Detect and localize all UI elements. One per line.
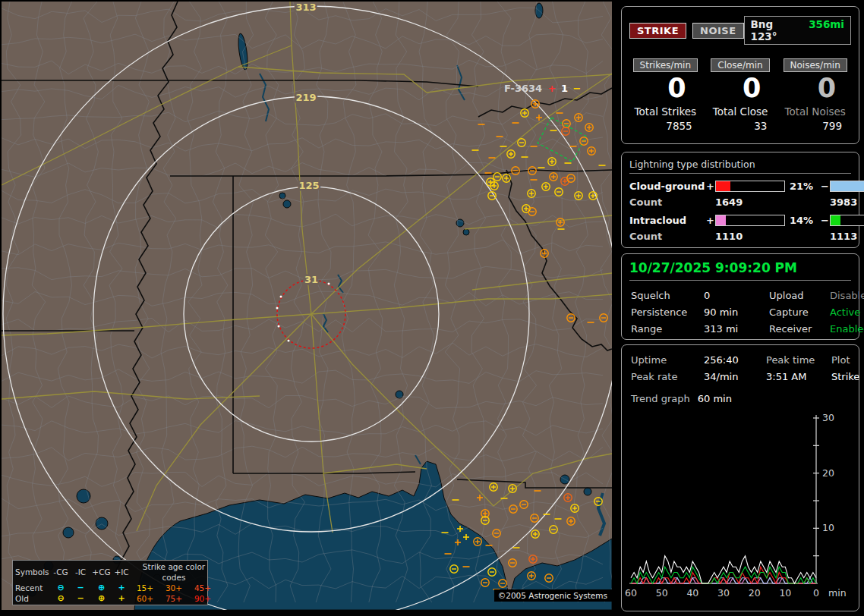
receiver-label: Receiver <box>769 323 830 335</box>
cloud-ground-count-row: Count 1649 3983 <box>629 196 851 208</box>
svg-text:min: min <box>828 587 847 599</box>
legend-header-row: Symbols -CG -IC +CG +IC Strike age color… <box>15 561 205 583</box>
strike-map[interactable]: 313 219 125 31 F-3634 + 1 − Symbols -CG … <box>2 2 612 610</box>
trend-series--IC <box>631 567 816 583</box>
strikes-per-min-value: 0 <box>628 72 703 104</box>
recent-circle-plus-icon: ⊕ <box>90 583 112 593</box>
svg-text:30: 30 <box>822 412 834 423</box>
capture-label: Capture <box>769 306 830 318</box>
ring-label-31: 31 <box>304 274 318 285</box>
svg-text:20: 20 <box>822 467 834 479</box>
total-strikes-label: Total Strikes <box>628 105 703 118</box>
svg-text:60: 60 <box>625 587 637 599</box>
ic-plus-sign: + <box>705 215 715 226</box>
datetime-display: 10/27/2025 9:09:20 PM <box>629 260 851 281</box>
recent-minus-icon: − <box>71 583 90 593</box>
trend-series-+CG <box>631 567 816 583</box>
age-60: 60+ <box>131 593 159 604</box>
peak-time-label: Peak time <box>766 354 831 366</box>
svg-text:10: 10 <box>822 522 834 533</box>
strikes-per-min-button[interactable]: Strikes/min <box>633 58 698 72</box>
bearing-value: Bng 123° <box>751 18 799 42</box>
intracloud-row: Intracloud + 14% − 14% <box>629 215 851 226</box>
age-30: 30+ <box>159 583 188 593</box>
total-noises-label: Total Noises <box>777 105 853 118</box>
ic-minus-bar <box>830 215 864 226</box>
ring-label-125: 125 <box>298 180 319 191</box>
legend-old-label: Old <box>15 593 51 604</box>
cg-count-label: Count <box>629 196 705 208</box>
cg-minus-bar <box>830 181 864 192</box>
upload-status: Disabled <box>830 290 864 301</box>
peak-rate-label: Peak rate <box>631 371 704 382</box>
squelch-label: Squelch <box>631 290 704 301</box>
recent-circle-minus-icon: ⊖ <box>51 583 71 593</box>
ring-label-313: 313 <box>295 2 316 13</box>
old-circle-plus-icon: ⊕ <box>90 593 112 604</box>
noises-per-min-value: 0 <box>777 72 853 104</box>
range-value: 313 mi <box>704 323 769 335</box>
ic-plus-bar <box>715 215 785 226</box>
close-per-min-value: 0 <box>703 72 778 104</box>
recent-plus-icon: + <box>112 583 131 593</box>
cloud-ground-label: Cloud-ground <box>629 181 705 192</box>
svg-text:40: 40 <box>686 587 698 599</box>
storm-cell-label: F-3634 + 1 − <box>504 83 582 94</box>
close-per-min-button[interactable]: Close/min <box>711 58 769 72</box>
noise-toggle-button[interactable]: NOISE <box>692 23 744 39</box>
uptime-label: Uptime <box>631 354 704 366</box>
svg-text:30: 30 <box>717 587 730 599</box>
age-75: 75+ <box>159 593 188 604</box>
peak-time-value: 3:51 AM <box>766 371 831 382</box>
old-minus-icon: − <box>71 593 90 604</box>
ic-count-label: Count <box>629 231 705 242</box>
svg-text:50: 50 <box>656 587 668 599</box>
lightning-tracker-app: 313 219 125 31 F-3634 + 1 − Symbols -CG … <box>0 0 864 616</box>
old-plus-icon: + <box>112 593 131 604</box>
cg-plus-sign: + <box>705 181 715 192</box>
cg-minus-sign: − <box>820 181 830 192</box>
cg-plus-bar <box>715 181 785 192</box>
map-canvas: 313 219 125 31 F-3634 + 1 − <box>2 2 612 610</box>
old-circle-minus-icon: ⊖ <box>51 593 71 604</box>
total-strikes-value: 7855 <box>628 120 703 132</box>
ic-plus-pct: 14% <box>785 215 820 226</box>
distribution-panel: Lightning type distribution Cloud-ground… <box>621 152 859 248</box>
cg-plus-count: 1649 <box>715 196 785 208</box>
svg-text:20: 20 <box>749 587 761 599</box>
age-45: 45+ <box>188 583 217 593</box>
total-close-label: Total Close <box>703 105 778 118</box>
status-panel: 10/27/2025 9:09:20 PM Squelch 0 Upload D… <box>621 253 859 340</box>
counters-panel: STRIKE NOISE Bng 123° 356mi Strikes/min … <box>621 6 859 144</box>
cg-minus-count: 3983 <box>830 196 864 208</box>
intracloud-label: Intracloud <box>629 215 705 226</box>
ic-minus-sign: − <box>820 215 830 226</box>
total-noises-value: 799 <box>777 120 853 132</box>
bearing-readout: Bng 123° 356mi <box>744 16 851 45</box>
trend-panel: Uptime 256:40 Peak time Plot Peak rate 3… <box>621 344 859 611</box>
total-close-value: 33 <box>703 120 778 132</box>
svg-text:10: 10 <box>779 587 791 599</box>
age-15: 15+ <box>131 583 159 593</box>
plot-value: Strike <box>831 371 859 382</box>
ring-label-219: 219 <box>295 92 316 103</box>
bearing-range-value: 356mi <box>809 18 844 42</box>
trend-series-Total <box>631 556 816 583</box>
legend-age-title: Strike age color codes <box>131 561 217 583</box>
trend-graph-label: Trend graph <box>631 393 690 404</box>
plot-label: Plot <box>831 354 859 366</box>
intracloud-count-row: Count 1110 1113 <box>629 231 851 242</box>
map-legend: Symbols -CG -IC +CG +IC Strike age color… <box>12 560 208 605</box>
legend-col-neg-ic: -IC <box>71 567 90 577</box>
receiver-status: Enabled <box>830 323 864 335</box>
trend-graph-chart: 1020306050403020100min <box>625 407 857 609</box>
copyright-notice: ©2005 Astrogenic Systems <box>494 589 612 602</box>
capture-status: Active <box>830 306 864 318</box>
ic-minus-count: 1113 <box>830 231 864 242</box>
age-90: 90+ <box>188 593 217 604</box>
peak-rate-value: 34/min <box>704 371 766 382</box>
svg-text:0: 0 <box>813 587 819 599</box>
noises-per-min-button[interactable]: Noises/min <box>784 58 847 72</box>
legend-recent-label: Recent <box>15 583 51 593</box>
strike-toggle-button[interactable]: STRIKE <box>629 23 686 39</box>
